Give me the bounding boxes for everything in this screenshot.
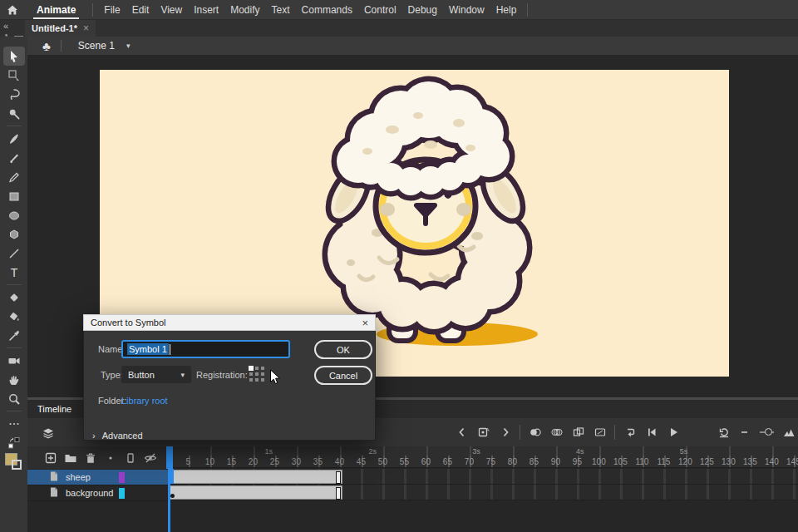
frames-area[interactable]: 1s2s3s4s5s 51015202530354045505560657075… — [169, 446, 798, 532]
delete-layer-button[interactable] — [84, 451, 97, 465]
collapse-panel-icon[interactable]: « — [3, 21, 8, 31]
oval-tool[interactable] — [3, 205, 25, 224]
ruler-frame-number: 30 — [288, 457, 304, 466]
onion-skin-outlines-button[interactable] — [549, 426, 564, 440]
layers-view-icon[interactable] — [41, 426, 55, 440]
advanced-disclosure[interactable]: › Advanced — [92, 431, 143, 441]
free-transform-tool[interactable] — [3, 66, 25, 85]
ruler-frame-number: 80 — [504, 457, 520, 466]
select-chevron-down-icon: ▾ — [180, 371, 185, 379]
line-tool[interactable] — [3, 244, 25, 263]
previous-keyframe-button[interactable] — [455, 426, 469, 440]
menubar-divider — [527, 3, 528, 17]
pencil-tool[interactable] — [3, 167, 25, 186]
frame-span[interactable] — [170, 485, 342, 500]
selection-tool[interactable] — [3, 47, 25, 66]
symbol-type-select[interactable]: Button ▾ — [121, 366, 191, 383]
rectangle-tool[interactable] — [3, 186, 25, 205]
menu-item-view[interactable]: View — [155, 0, 188, 20]
ruler-frame-number: 35 — [309, 457, 326, 466]
cancel-button[interactable]: Cancel — [314, 366, 372, 385]
create-tween-button[interactable] — [593, 426, 607, 440]
document-tab-title: Untitled-1* — [32, 23, 77, 33]
fit-timeline-button[interactable] — [781, 426, 796, 440]
menu-item-commands[interactable]: Commands — [296, 0, 358, 20]
reset-timeline-zoom-button[interactable] — [717, 426, 731, 440]
layer-page-icon — [47, 485, 61, 500]
ruler-frame-number: 135 — [741, 457, 758, 466]
menu-item-help[interactable]: Help — [490, 0, 523, 20]
text-tool[interactable]: T — [3, 263, 25, 282]
toolbar-divider — [7, 284, 22, 285]
more-tools[interactable] — [3, 414, 25, 433]
step-back-button[interactable] — [644, 426, 658, 440]
polystar-tool[interactable] — [3, 224, 25, 244]
zoom-out-button[interactable] — [738, 426, 752, 440]
toolbar-divider — [7, 411, 22, 411]
layer-row-sheep[interactable]: sheep — [27, 470, 169, 485]
zoom-tool[interactable] — [3, 389, 25, 408]
ruler-frame-numbers[interactable]: 5101520253035404550556065707580859095100… — [169, 456, 798, 468]
new-layer-button[interactable] — [44, 451, 57, 465]
ruler-frame-number: 60 — [417, 457, 434, 466]
dialog-title-bar[interactable]: Convert to Symbol × — [83, 314, 376, 331]
ruler-frame-number: 40 — [331, 457, 347, 466]
menu-item-file[interactable]: File — [98, 0, 126, 20]
symbol-name-input[interactable]: Symbol 1 — [121, 340, 290, 358]
swap-colors[interactable] — [3, 433, 25, 452]
timeline-frames-row-sheep[interactable] — [169, 469, 798, 485]
app-brand-tab[interactable]: Animate — [25, 0, 87, 20]
dialog-body: Name: Symbol 1 OK Type: Button ▾ Registr… — [83, 331, 376, 441]
layer-row-background[interactable]: background — [27, 485, 169, 501]
asset-warp-tool[interactable] — [3, 104, 25, 123]
fill-color-swatch[interactable] — [3, 452, 25, 471]
insert-keyframe-button[interactable]: A — [476, 426, 490, 440]
highlight-dot[interactable] — [104, 451, 117, 465]
ruler-seconds-band[interactable]: 1s2s3s4s5s — [169, 446, 798, 456]
edit-multiple-frames-button[interactable] — [571, 426, 585, 440]
folder-link[interactable]: Library root — [121, 396, 168, 406]
ruler-frame-number: 10 — [201, 457, 218, 466]
layer-outline-color-swatch[interactable] — [119, 472, 125, 483]
menu-item-modify[interactable]: Modify — [224, 0, 265, 20]
fluid-brush-tool[interactable] — [3, 129, 25, 148]
play-button[interactable] — [666, 426, 680, 440]
registration-grid[interactable] — [249, 367, 264, 382]
menu-item-edit[interactable]: Edit — [126, 0, 155, 20]
ruler-frame-number: 75 — [482, 457, 499, 466]
edit-bar: ♣ Scene 1 ▾ — [27, 37, 798, 55]
dialog-close-icon[interactable]: × — [362, 317, 368, 329]
scene-chevron-down-icon[interactable]: ▾ — [126, 42, 131, 50]
eyedropper-tool[interactable] — [3, 326, 25, 345]
menu-item-text[interactable]: Text — [266, 0, 296, 20]
hand-tool[interactable] — [3, 370, 25, 389]
keyframe-dot — [170, 494, 175, 498]
lasso-tool[interactable] — [3, 85, 25, 104]
onion-skin-button[interactable] — [528, 426, 542, 440]
paint-bucket-tool[interactable] — [3, 307, 25, 326]
loop-playback-button[interactable] — [623, 426, 637, 440]
timeline-frames-row-background[interactable] — [169, 485, 798, 500]
ok-button[interactable]: OK — [314, 340, 372, 359]
menu-item-control[interactable]: Control — [358, 0, 402, 20]
new-folder-button[interactable] — [64, 451, 77, 465]
hide-layers-button[interactable] — [144, 451, 157, 465]
playhead-marker[interactable] — [166, 446, 173, 469]
next-keyframe-button[interactable] — [498, 426, 512, 440]
outline-column-icon[interactable] — [124, 451, 137, 465]
layer-outline-color-swatch[interactable] — [119, 488, 125, 499]
document-tab[interactable]: Untitled-1* × — [25, 20, 96, 37]
menu-item-window[interactable]: Window — [443, 0, 490, 20]
home-icon[interactable] — [0, 3, 25, 17]
menu-item-insert[interactable]: Insert — [188, 0, 224, 20]
menu-item-debug[interactable]: Debug — [402, 0, 443, 20]
zoom-slider[interactable] — [760, 426, 774, 440]
scene-name-label[interactable]: Scene 1 — [78, 40, 115, 52]
tab-timeline[interactable]: Timeline — [27, 404, 81, 414]
frame-span[interactable] — [170, 470, 342, 484]
eraser-tool[interactable] — [3, 288, 25, 307]
camera-tool[interactable] — [3, 351, 25, 370]
editbar-divider — [61, 40, 62, 52]
document-tab-close-icon[interactable]: × — [83, 22, 89, 34]
classic-brush-tool[interactable] — [3, 148, 25, 167]
